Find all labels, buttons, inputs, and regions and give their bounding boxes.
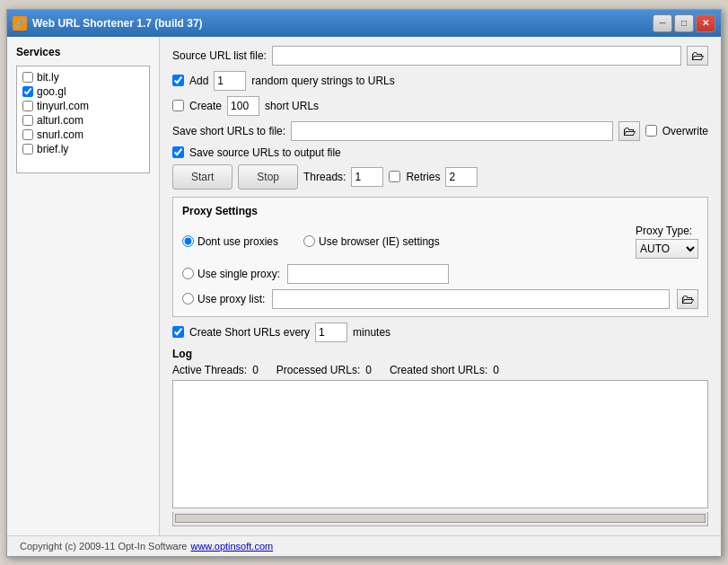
browser-proxy-label: Use browser (IE) settings [303,235,440,248]
list-item: bit.ly [21,70,145,84]
save-source-checkbox[interactable] [172,146,184,158]
save-short-label: Save short URLs to file: [172,125,285,137]
proxy-type-label: Proxy Type: [636,225,698,237]
no-proxy-text: Dont use proxies [197,235,278,248]
footer: Copyright (c) 2009-11 Opt-In Software ww… [7,535,721,556]
proxy-list-folder-button[interactable]: 🗁 [677,289,698,309]
schedule-checkbox[interactable] [172,326,184,338]
tinyurl-label: tinyurl.com [37,100,89,112]
sidebar-title: Services [16,46,150,58]
list-item: snurl.com [21,128,145,142]
source-url-input[interactable] [272,46,681,66]
proxy-list-radio[interactable] [182,293,194,305]
snurl-checkbox[interactable] [22,129,33,140]
add-random-row: Add random query strings to URLs [172,71,708,91]
processed-urls-label: Processed URLs: [276,364,360,376]
titlebar: 🔗 Web URL Shortener 1.7 (build 37) ─ □ ✕ [7,10,721,37]
main-panel: Source URL list file: 🗁 Add random query… [160,37,721,535]
single-proxy-radio[interactable] [182,268,194,279]
created-short-value: 0 [493,364,499,376]
add-suffix: random query strings to URLs [251,75,394,87]
proxy-title: Proxy Settings [182,205,698,217]
overwrite-checkbox[interactable] [645,125,657,137]
save-short-row: Save short URLs to file: 🗁 Overwrite [172,121,708,141]
browser-proxy-radio[interactable] [303,235,315,247]
proxy-list-input[interactable] [272,289,670,309]
save-source-label: Save source URLs to output file [189,146,341,159]
titlebar-buttons: ─ □ ✕ [653,14,715,32]
bit-ly-checkbox[interactable] [22,72,33,83]
proxy-options: Dont use proxies Use browser (IE) settin… [182,225,698,309]
add-value-input[interactable] [214,71,246,91]
active-threads-value: 0 [252,364,259,376]
schedule-label: Create Short URLs every [189,326,310,339]
create-value-input[interactable] [227,96,259,116]
alturl-label: alturl.com [37,114,83,127]
horizontal-scrollbar[interactable] [172,512,708,526]
goo-gl-label: goo.gl [37,85,66,98]
tinyurl-checkbox[interactable] [22,101,33,111]
active-threads-stat: Active Threads: 0 [172,364,259,376]
briefly-checkbox[interactable] [22,144,33,154]
create-checkbox[interactable] [172,100,184,111]
titlebar-left: 🔗 Web URL Shortener 1.7 (build 37) [13,16,203,31]
copyright-text: Copyright (c) 2009-11 Opt-In Software [20,541,187,552]
briefly-label: brief.ly [37,143,68,155]
processed-urls-value: 0 [365,364,372,376]
log-stats: Active Threads: 0 Processed URLs: 0 Crea… [172,364,708,376]
sidebar: Services bit.ly goo.gl tinyurl.com altur… [7,37,160,535]
list-item: alturl.com [21,113,145,128]
single-proxy-text: Use single proxy: [197,268,280,280]
website-link[interactable]: www.optinsoft.com [190,541,273,552]
content-area: Services bit.ly goo.gl tinyurl.com altur… [7,37,721,535]
create-suffix: short URLs [265,100,319,112]
services-list: bit.ly goo.gl tinyurl.com alturl.com snu… [16,66,150,173]
bit-ly-label: bit.ly [37,71,59,84]
single-proxy-label: Use single proxy: [182,268,280,280]
snurl-label: snurl.com [37,128,83,141]
proxy-section: Proxy Settings Dont use proxies Use brow… [172,197,708,317]
proxy-row-2: Use single proxy: [182,264,698,284]
browser-proxy-text: Use browser (IE) settings [319,235,440,248]
proxy-row-3: Use proxy list: 🗁 [182,289,698,309]
retries-checkbox[interactable] [389,171,400,182]
list-item: brief.ly [21,142,145,156]
source-url-label: Source URL list file: [172,49,267,62]
proxy-type-box: Proxy Type: AUTO HTTP SOCKS4 SOCKS5 [636,225,698,259]
list-item: tinyurl.com [21,99,145,113]
list-item: goo.gl [21,84,145,99]
stop-button[interactable]: Stop [238,164,298,190]
goo-gl-checkbox[interactable] [22,86,33,97]
active-threads-label: Active Threads: [172,364,247,376]
proxy-type-select[interactable]: AUTO HTTP SOCKS4 SOCKS5 [636,239,698,259]
threads-input[interactable] [351,167,383,187]
schedule-value-input[interactable] [315,322,347,342]
create-label: Create [189,100,222,112]
save-short-folder-button[interactable]: 🗁 [618,121,640,141]
no-proxy-label: Dont use proxies [182,235,278,248]
controls-row: Start Stop Threads: Retries [172,164,708,190]
schedule-suffix: minutes [353,326,390,339]
created-short-stat: Created short URLs: 0 [390,364,499,376]
start-button[interactable]: Start [172,164,232,190]
proxy-list-text: Use proxy list: [197,293,265,305]
single-proxy-input[interactable] [287,264,449,284]
create-row: Create short URLs [172,96,708,116]
save-short-input[interactable] [291,121,613,141]
schedule-row: Create Short URLs every minutes [172,322,708,342]
source-url-row: Source URL list file: 🗁 [172,46,708,66]
retries-input[interactable] [445,167,478,187]
window-title: Web URL Shortener 1.7 (build 37) [32,17,203,30]
processed-urls-stat: Processed URLs: 0 [276,364,372,376]
maximize-button[interactable]: □ [674,14,694,32]
alturl-checkbox[interactable] [22,115,33,126]
close-button[interactable]: ✕ [696,14,715,32]
minimize-button[interactable]: ─ [653,14,672,32]
overwrite-label: Overwrite [662,125,708,137]
scrollbar-track [175,514,706,523]
no-proxy-radio[interactable] [182,235,194,247]
threads-label: Threads: [303,171,346,183]
retries-label: Retries [406,171,440,183]
add-random-checkbox[interactable] [172,75,184,86]
source-url-folder-button[interactable]: 🗁 [687,46,708,66]
